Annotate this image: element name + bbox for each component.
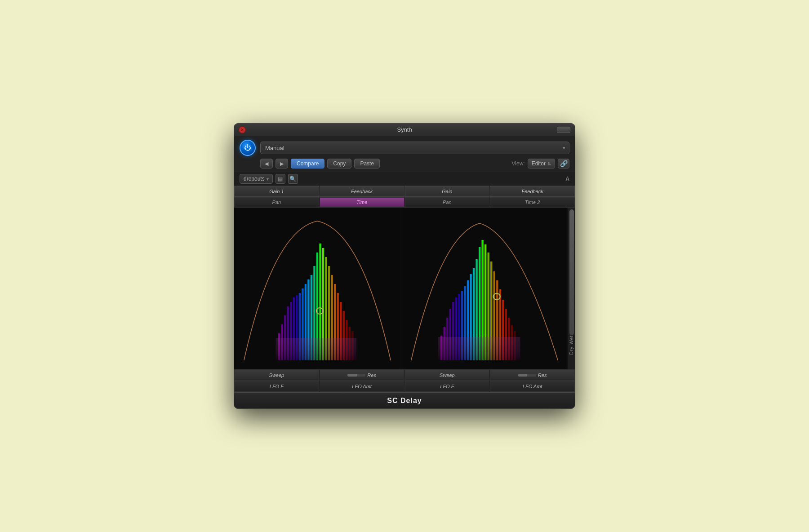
ch1-sub1-header[interactable]: Pan [234, 197, 319, 207]
automation-dropdown[interactable]: dropouts [240, 174, 273, 184]
ch2-sub2-header[interactable]: Time 2 [490, 197, 575, 207]
view-label: View: [512, 160, 525, 167]
auto-label: A [565, 176, 569, 182]
ch1-lfo-amt[interactable]: LFO Amt [320, 381, 404, 392]
bottom-param-row2: LFO F LFO Amt LFO F LFO Amt [234, 381, 575, 392]
plugin-title: SC Delay [387, 397, 422, 405]
paste-button[interactable]: Paste [354, 159, 380, 168]
automation-search-btn[interactable]: 🔍 [288, 174, 298, 184]
prev-button[interactable]: ◀ [260, 159, 273, 168]
bottom-param-row1: Sweep Res Sweep Res [234, 370, 575, 381]
ch2-lfo-amt[interactable]: LFO Amt [490, 381, 575, 392]
ch1-param2-header[interactable]: Feedback [320, 186, 404, 197]
window-title: Synth [397, 126, 412, 133]
minimize-button[interactable] [557, 127, 570, 133]
plugin-window: ✕ Synth ⏻ Manual ◀ ▶ Compare Copy Paste [234, 123, 575, 409]
preset-dropdown[interactable]: Manual [260, 142, 569, 154]
scrollbar-thumb[interactable] [569, 209, 574, 335]
list-icon: ▤ [278, 176, 283, 182]
svg-rect-26 [276, 338, 357, 360]
view-section: View: Editor 🔗 [512, 159, 570, 168]
view-dropdown[interactable]: Editor [528, 159, 555, 168]
header-row2: ◀ ▶ Compare Copy Paste View: Editor 🔗 [260, 159, 569, 168]
link-icon: 🔗 [560, 160, 568, 167]
ch1-spectrum-svg [234, 208, 400, 369]
wet-label: Wet [569, 335, 574, 345]
title-bar: ✕ Synth [234, 124, 575, 136]
automation-row: dropouts ▤ 🔍 A [234, 172, 575, 186]
dry-wet-labels: Wet Dry [569, 335, 574, 364]
scrollbar-track: Wet Dry [568, 208, 575, 369]
param-headers-row1: Gain 1 Feedback Gain Feedback [234, 186, 575, 197]
ch2-spectrum-panel[interactable] [401, 208, 568, 369]
ch2-param2-header[interactable]: Feedback [490, 186, 575, 197]
dry-label: Dry [569, 346, 574, 355]
header-row1: ⏻ Manual [240, 140, 569, 156]
ch1-res[interactable]: Res [320, 370, 404, 381]
ch2-param1-header[interactable]: Gain [405, 186, 490, 197]
main-display: Wet Dry [234, 208, 575, 369]
ch1-spectrum-panel[interactable] [234, 208, 400, 369]
power-icon: ⏻ [244, 144, 251, 152]
link-button[interactable]: 🔗 [558, 159, 569, 168]
power-button[interactable]: ⏻ [240, 140, 256, 156]
preset-label: Manual [265, 145, 284, 151]
ch1-param1-header[interactable]: Gain 1 [234, 186, 319, 197]
ch2-spectrum-svg [401, 208, 568, 369]
ch1-sweep[interactable]: Sweep [234, 370, 319, 381]
search-icon: 🔍 [289, 176, 296, 182]
copy-button[interactable]: Copy [327, 159, 351, 168]
param-headers-row2: Pan Time Pan Time 2 [234, 197, 575, 208]
display-panels [234, 208, 568, 369]
automation-icon-btn1[interactable]: ▤ [276, 174, 285, 184]
svg-rect-54 [438, 337, 520, 360]
next-button[interactable]: ▶ [276, 159, 288, 168]
ch1-lfo-f[interactable]: LFO F [234, 381, 319, 392]
ch1-sub2-header[interactable]: Time [320, 197, 404, 207]
ch2-sweep[interactable]: Sweep [405, 370, 490, 381]
bottom-params: Sweep Res Sweep Res LFO F LFO Amt L [234, 369, 575, 392]
ch2-res[interactable]: Res [490, 370, 575, 381]
footer-bar: SC Delay [234, 392, 575, 408]
ch2-lfo-f[interactable]: LFO F [405, 381, 490, 392]
close-button[interactable]: ✕ [239, 126, 246, 133]
compare-button[interactable]: Compare [291, 159, 324, 168]
header-section: ⏻ Manual ◀ ▶ Compare Copy Paste View: Ed… [234, 136, 575, 172]
ch2-sub1-header[interactable]: Pan [405, 197, 490, 207]
